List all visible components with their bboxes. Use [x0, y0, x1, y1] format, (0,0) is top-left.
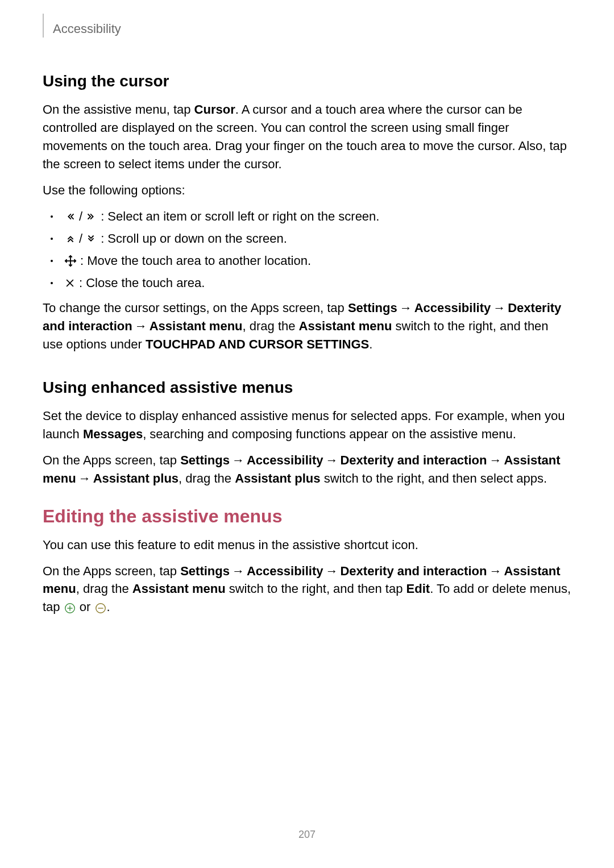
bold-assistant-menu: Assistant menu — [132, 582, 226, 596]
heading-editing-menus: Editing the assistive menus — [43, 506, 571, 527]
arrow-icon: → — [487, 562, 504, 580]
heading-using-cursor: Using the cursor — [43, 72, 571, 90]
para-cursor-settings: To change the cursor settings, on the Ap… — [43, 299, 571, 354]
text-fragment: , drag the — [243, 319, 299, 333]
slash-divider: / — [79, 207, 82, 226]
text-fragment: switch to the right, and then select app… — [321, 471, 547, 485]
section-using-cursor: Using the cursor On the assistive menu, … — [43, 72, 571, 354]
bold-edit: Edit — [406, 582, 430, 596]
bold-settings: Settings — [348, 301, 397, 315]
text-fragment: . — [107, 600, 110, 614]
bold-assistant-plus: Assistant plus — [235, 471, 320, 485]
para-enhanced-path: On the Apps screen, tap Settings → Acces… — [43, 451, 571, 488]
bold-cursor: Cursor — [194, 102, 235, 117]
bullet-icon — [51, 282, 53, 284]
bullet-text: : Scroll up or down on the screen. — [101, 229, 287, 248]
text-fragment: , drag the — [76, 582, 132, 596]
header-divider — [43, 14, 44, 38]
bold-assistant-plus: Assistant plus — [93, 471, 179, 485]
text-fragment: , searching and composing functions appe… — [143, 427, 516, 441]
arrow-icon: → — [230, 451, 247, 470]
arrow-icon: → — [397, 299, 414, 317]
bold-dexterity: Dexterity and interaction — [340, 564, 487, 578]
text-fragment: switch to the right, and then tap — [226, 582, 406, 596]
arrow-icon: → — [230, 562, 247, 580]
move-icon — [64, 255, 77, 267]
arrow-icon: → — [76, 470, 93, 488]
list-item: : Move the touch area to another locatio… — [51, 251, 571, 270]
bullet-icon — [51, 260, 53, 262]
arrow-icon: → — [491, 299, 508, 317]
close-icon — [64, 277, 76, 289]
list-item: : Close the touch area. — [51, 273, 571, 292]
bold-messages: Messages — [83, 427, 143, 441]
plus-circle-icon — [64, 602, 76, 614]
para-edit-intro: You can use this feature to edit menus i… — [43, 536, 571, 554]
bold-accessibility: Accessibility — [247, 564, 323, 578]
bold-assistant-menu: Assistant menu — [150, 319, 243, 333]
bullet-icon — [51, 215, 53, 218]
chevron-double-right-icon — [85, 210, 97, 223]
section-enhanced-menus: Using enhanced assistive menus Set the d… — [43, 379, 571, 488]
document-page: Accessibility Using the cursor On the as… — [0, 0, 614, 868]
bold-dexterity: Dexterity and interaction — [340, 453, 487, 467]
list-item: / : Scroll up or down on the screen. — [51, 229, 571, 248]
text-fragment: On the Apps screen, tap — [43, 453, 180, 467]
bold-assistant-menu: Assistant menu — [299, 319, 392, 333]
bullet-text: : Select an item or scroll left or right… — [101, 207, 379, 226]
bold-accessibility: Accessibility — [247, 453, 323, 467]
bold-settings: Settings — [180, 453, 230, 467]
page-header: Accessibility — [43, 17, 571, 41]
arrow-icon: → — [323, 451, 340, 470]
text-fragment: , drag the — [179, 471, 235, 485]
heading-enhanced-menus: Using enhanced assistive menus — [43, 379, 571, 397]
list-item: / : Select an item or scroll left or rig… — [51, 207, 571, 226]
section-editing-menus: Editing the assistive menus You can use … — [43, 506, 571, 617]
text-fragment: To change the cursor settings, on the Ap… — [43, 301, 348, 315]
bullet-text: : Close the touch area. — [79, 273, 205, 292]
arrow-icon: → — [487, 451, 504, 470]
chevron-double-left-icon — [64, 210, 77, 223]
bullet-icon — [51, 238, 53, 240]
page-number: 207 — [0, 829, 614, 841]
text-fragment: or — [76, 600, 94, 614]
text-fragment: On the assistive menu, tap — [43, 102, 194, 117]
para-edit-path: On the Apps screen, tap Settings → Acces… — [43, 562, 571, 617]
slash-divider: / — [79, 229, 82, 248]
text-fragment: . — [369, 337, 372, 351]
chevron-double-up-icon — [64, 232, 77, 245]
arrow-icon: → — [132, 317, 150, 335]
bold-touchpad-settings: TOUCHPAD AND CURSOR SETTINGS — [146, 337, 369, 351]
bullet-list-cursor: / : Select an item or scroll left or rig… — [51, 207, 571, 292]
arrow-icon: → — [323, 562, 340, 580]
para-enhanced-intro: Set the device to display enhanced assis… — [43, 407, 571, 443]
chevron-double-down-icon — [85, 232, 97, 245]
para-options-intro: Use the following options: — [43, 181, 571, 200]
text-fragment: On the Apps screen, tap — [43, 564, 180, 578]
bold-settings: Settings — [180, 564, 230, 578]
bold-accessibility: Accessibility — [414, 301, 491, 315]
bullet-text: : Move the touch area to another locatio… — [80, 251, 311, 270]
para-cursor-intro: On the assistive menu, tap Cursor. A cur… — [43, 101, 571, 173]
breadcrumb-text: Accessibility — [53, 22, 121, 36]
minus-circle-icon — [94, 602, 107, 614]
